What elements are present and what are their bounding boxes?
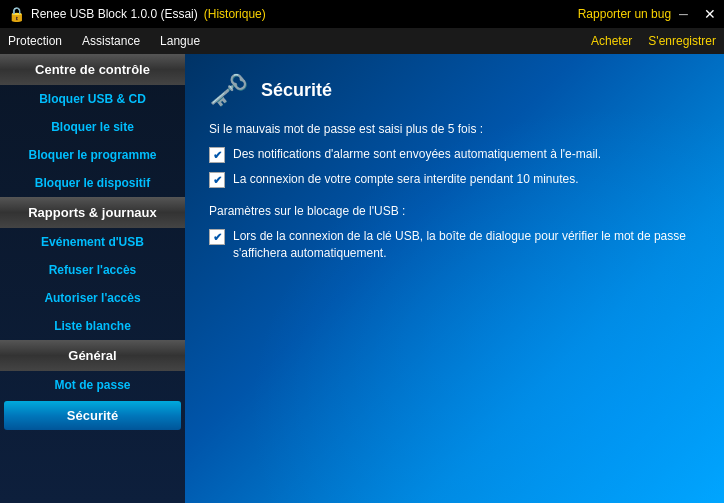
sidebar-item-bloquer-usb-cd[interactable]: Bloquer USB & CD	[0, 85, 185, 113]
sidebar-item-bloquer-programme[interactable]: Bloquer le programme	[0, 141, 185, 169]
sidebar-item-bloquer-site[interactable]: Bloquer le site	[0, 113, 185, 141]
close-button[interactable]: ✕	[704, 6, 716, 22]
checkbox-row-email: Des notifications d'alarme sont envoyées…	[209, 146, 700, 163]
password-section-text: Si le mauvais mot de passe est saisi plu…	[209, 122, 700, 136]
checkbox-connexion-label: La connexion de votre compte sera interd…	[233, 171, 579, 188]
menu-assistance[interactable]: Assistance	[82, 34, 140, 48]
sidebar-item-refuser-acces[interactable]: Refuser l'accès	[0, 256, 185, 284]
sidebar-section-controle[interactable]: Centre de contrôle	[0, 54, 185, 85]
sidebar-item-securite-active[interactable]: Sécurité	[4, 401, 181, 430]
report-bug-link[interactable]: Rapporter un bug	[578, 7, 671, 21]
lock-icon: 🔒	[8, 6, 25, 22]
key-icon: 🗝️	[209, 74, 249, 106]
checkbox-row-connexion: La connexion de votre compte sera interd…	[209, 171, 700, 188]
sidebar-item-liste-blanche[interactable]: Liste blanche	[0, 312, 185, 340]
security-header: 🗝️ Sécurité	[209, 74, 700, 106]
security-title: Sécurité	[261, 80, 332, 101]
sidebar-section-general[interactable]: Général	[0, 340, 185, 371]
content-area: 🗝️ Sécurité Si le mauvais mot de passe e…	[185, 54, 724, 503]
checkbox-usb[interactable]	[209, 229, 225, 245]
checkbox-email-label: Des notifications d'alarme sont envoyées…	[233, 146, 601, 163]
menu-bar-right: Acheter S'enregistrer	[591, 34, 716, 48]
checkbox-row-usb: Lors de la connexion de la clé USB, la b…	[209, 228, 700, 262]
menu-protection[interactable]: Protection	[8, 34, 62, 48]
sidebar: Centre de contrôle Bloquer USB & CD Bloq…	[0, 54, 185, 503]
menu-senregistrer[interactable]: S'enregistrer	[648, 34, 716, 48]
sidebar-item-autoriser-acces[interactable]: Autoriser l'accès	[0, 284, 185, 312]
menu-bar: Protection Assistance Langue Acheter S'e…	[0, 28, 724, 54]
app-title: Renee USB Block 1.0.0 (Essai)	[31, 7, 198, 21]
historique-link[interactable]: (Historique)	[204, 7, 266, 21]
sidebar-item-evenement-usb[interactable]: Evénement d'USB	[0, 228, 185, 256]
title-bar: 🔒 Renee USB Block 1.0.0 (Essai) (Histori…	[0, 0, 724, 28]
title-bar-left: 🔒 Renee USB Block 1.0.0 (Essai) (Histori…	[8, 6, 266, 22]
checkbox-connexion[interactable]	[209, 172, 225, 188]
menu-langue[interactable]: Langue	[160, 34, 200, 48]
sidebar-item-bloquer-dispositif[interactable]: Bloquer le dispositif	[0, 169, 185, 197]
sidebar-item-mot-de-passe[interactable]: Mot de passe	[0, 371, 185, 399]
sidebar-section-rapports[interactable]: Rapports & journaux	[0, 197, 185, 228]
main-layout: Centre de contrôle Bloquer USB & CD Bloq…	[0, 54, 724, 503]
title-bar-right: Rapporter un bug – ✕	[578, 5, 716, 23]
usb-section-text: Paramètres sur le blocage de l'USB :	[209, 204, 700, 218]
checkbox-usb-label: Lors de la connexion de la clé USB, la b…	[233, 228, 700, 262]
menu-acheter[interactable]: Acheter	[591, 34, 632, 48]
menu-bar-left: Protection Assistance Langue	[8, 34, 200, 48]
checkbox-email[interactable]	[209, 147, 225, 163]
